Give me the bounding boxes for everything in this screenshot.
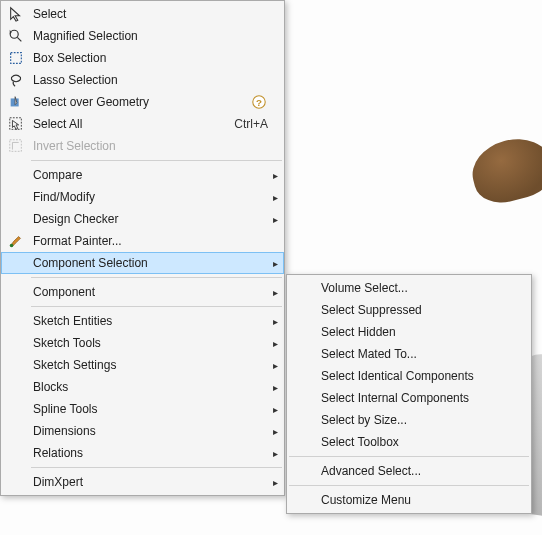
menu-item-box-selection[interactable]: Box Selection — [1, 47, 284, 69]
menu-item-label: Select All — [27, 117, 224, 131]
menu-item-select-suppressed[interactable]: Select Suppressed — [287, 299, 531, 321]
selectall-icon — [5, 115, 27, 133]
menu-item-sketch-tools[interactable]: Sketch Tools▸ — [1, 332, 284, 354]
menu-item-select-by-size[interactable]: Select by Size... — [287, 409, 531, 431]
submenu-arrow-icon: ▸ — [268, 338, 278, 349]
menu-separator — [31, 306, 282, 307]
menu-item-label: DimXpert — [27, 475, 268, 489]
blank-icon — [5, 283, 27, 301]
menu-item-label: Magnified Selection — [27, 29, 268, 43]
menu-item-label: Invert Selection — [27, 139, 268, 153]
menu-item-label: Component — [27, 285, 268, 299]
submenu-arrow-icon: ▸ — [268, 448, 278, 459]
menu-item-label: Select — [27, 7, 268, 21]
menu-item-invert-selection: Invert Selection — [1, 135, 284, 157]
blank-icon — [5, 254, 27, 272]
submenu-arrow-icon: ▸ — [268, 287, 278, 298]
cursor-icon — [5, 5, 27, 23]
menu-item-select-mated-to[interactable]: Select Mated To... — [287, 343, 531, 365]
help-icon: ? — [250, 94, 268, 110]
menu-separator — [31, 277, 282, 278]
menu-separator — [31, 160, 282, 161]
submenu-arrow-icon: ▸ — [268, 477, 278, 488]
component-selection-submenu: Volume Select...Select SuppressedSelect … — [286, 274, 532, 514]
box-icon — [5, 49, 27, 67]
menu-item-select[interactable]: Select — [1, 3, 284, 25]
menu-item-label: Select Toolbox — [315, 435, 515, 449]
blank-icon — [5, 188, 27, 206]
menu-item-find-modify[interactable]: Find/Modify▸ — [1, 186, 284, 208]
blank-icon — [5, 473, 27, 491]
menu-item-label: Select over Geometry — [27, 95, 250, 109]
menu-item-label: Customize Menu — [315, 493, 515, 507]
submenu-arrow-icon: ▸ — [268, 316, 278, 327]
blank-icon — [5, 400, 27, 418]
menu-separator — [289, 485, 529, 486]
menu-item-dimensions[interactable]: Dimensions▸ — [1, 420, 284, 442]
menu-item-spline-tools[interactable]: Spline Tools▸ — [1, 398, 284, 420]
blank-icon — [5, 312, 27, 330]
menu-item-label: Sketch Entities — [27, 314, 268, 328]
menu-item-label: Sketch Tools — [27, 336, 268, 350]
menu-item-label: Find/Modify — [27, 190, 268, 204]
blank-icon — [5, 422, 27, 440]
menu-item-select-identical-components[interactable]: Select Identical Components — [287, 365, 531, 387]
blank-icon — [5, 378, 27, 396]
menu-item-select-all[interactable]: Select AllCtrl+A — [1, 113, 284, 135]
menu-item-label: Select Identical Components — [315, 369, 515, 383]
blank-icon — [5, 356, 27, 374]
menu-item-component[interactable]: Component▸ — [1, 281, 284, 303]
menu-item-lasso-selection[interactable]: Lasso Selection — [1, 69, 284, 91]
menu-item-dimxpert[interactable]: DimXpert▸ — [1, 471, 284, 493]
menu-item-blocks[interactable]: Blocks▸ — [1, 376, 284, 398]
menu-item-label: Component Selection — [27, 256, 268, 270]
brush-icon — [5, 232, 27, 250]
menu-item-label: Select by Size... — [315, 413, 515, 427]
menu-item-component-selection[interactable]: Component Selection▸ — [1, 252, 284, 274]
menu-item-compare[interactable]: Compare▸ — [1, 164, 284, 186]
submenu-arrow-icon: ▸ — [268, 258, 278, 269]
submenu-arrow-icon: ▸ — [268, 360, 278, 371]
svg-rect-2 — [11, 53, 22, 64]
blank-icon — [5, 444, 27, 462]
menu-item-sketch-entities[interactable]: Sketch Entities▸ — [1, 310, 284, 332]
submenu-arrow-icon: ▸ — [268, 404, 278, 415]
submenu-arrow-icon: ▸ — [268, 170, 278, 181]
menu-item-select-internal-components[interactable]: Select Internal Components — [287, 387, 531, 409]
blank-icon — [5, 210, 27, 228]
svg-rect-7 — [10, 140, 22, 152]
blank-icon — [5, 334, 27, 352]
svg-rect-3 — [11, 98, 19, 106]
menu-item-label: Format Painter... — [27, 234, 268, 248]
menu-item-select-over-geometry[interactable]: Select over Geometry? — [1, 91, 284, 113]
menu-item-select-hidden[interactable]: Select Hidden — [287, 321, 531, 343]
menu-item-label: Dimensions — [27, 424, 268, 438]
menu-item-label: Design Checker — [27, 212, 268, 226]
menu-item-label: Blocks — [27, 380, 268, 394]
menu-item-select-toolbox[interactable]: Select Toolbox — [287, 431, 531, 453]
menu-item-advanced-select[interactable]: Advanced Select... — [287, 460, 531, 482]
invert-icon — [5, 137, 27, 155]
magnify-icon — [5, 27, 27, 45]
menu-item-label: Sketch Settings — [27, 358, 268, 372]
menu-item-label: Box Selection — [27, 51, 268, 65]
submenu-arrow-icon: ▸ — [268, 382, 278, 393]
lasso-icon — [5, 71, 27, 89]
menu-item-label: Select Mated To... — [315, 347, 515, 361]
svg-point-8 — [10, 244, 14, 248]
menu-item-design-checker[interactable]: Design Checker▸ — [1, 208, 284, 230]
menu-item-sketch-settings[interactable]: Sketch Settings▸ — [1, 354, 284, 376]
menu-item-shortcut: Ctrl+A — [224, 117, 268, 131]
menu-item-format-painter[interactable]: Format Painter... — [1, 230, 284, 252]
menu-item-volume-select[interactable]: Volume Select... — [287, 277, 531, 299]
menu-item-label: Spline Tools — [27, 402, 268, 416]
menu-separator — [31, 467, 282, 468]
submenu-arrow-icon: ▸ — [268, 214, 278, 225]
menu-item-magnified-selection[interactable]: Magnified Selection — [1, 25, 284, 47]
menu-item-label: Lasso Selection — [27, 73, 268, 87]
menu-item-customize-menu[interactable]: Customize Menu — [287, 489, 531, 511]
menu-item-label: Relations — [27, 446, 268, 460]
submenu-arrow-icon: ▸ — [268, 426, 278, 437]
svg-line-1 — [17, 37, 21, 41]
menu-item-relations[interactable]: Relations▸ — [1, 442, 284, 464]
